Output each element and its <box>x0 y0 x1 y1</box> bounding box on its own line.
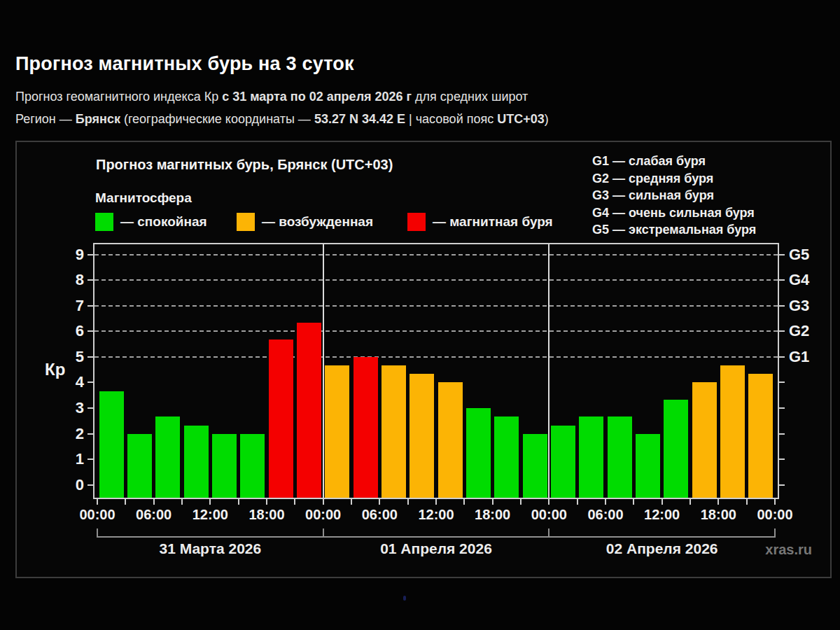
y-axis-tick <box>88 279 93 281</box>
y-axis-tick <box>88 433 93 435</box>
x-axis-tick <box>153 499 155 505</box>
x-tick-label: 18:00 <box>463 507 522 523</box>
y-axis-tick <box>88 305 93 307</box>
region-coordinates: 53.27 N 34.42 E <box>314 112 405 126</box>
g-legend-line-5: G5 — экстремальная буря <box>592 221 756 239</box>
x-tick-label: 06:00 <box>350 507 409 523</box>
region-close: ) <box>545 112 549 126</box>
x-tick-label: 18:00 <box>689 507 748 523</box>
page: Прогноз магнитных бурь на 3 суток Прогно… <box>0 0 840 630</box>
x-tick-label: 00:00 <box>746 507 804 523</box>
g-scale-label: G4 <box>789 271 809 289</box>
legend-item-storm: — магнитная буря <box>407 212 553 232</box>
x-tick-label: 18:00 <box>237 507 296 523</box>
x-axis-tick <box>351 499 352 505</box>
x-axis-tick <box>718 499 719 505</box>
y-tick-label: 5 <box>56 348 84 366</box>
kp-bar <box>184 426 209 498</box>
g-legend-line-4: G4 — очень сильная буря <box>592 204 756 222</box>
y-axis-tick <box>88 330 93 332</box>
region-prefix: Регион — <box>15 112 76 126</box>
kp-bar <box>410 374 434 498</box>
x-tick-label: 12:00 <box>181 507 239 523</box>
kp-bar <box>748 374 773 498</box>
region-tz-prefix: | часовой пояс <box>405 112 497 126</box>
x-axis-tick <box>407 499 409 505</box>
x-axis-tick <box>746 499 748 505</box>
right-axis-tick <box>779 330 785 332</box>
x-axis-tick <box>520 499 522 505</box>
g-scale-legend: G1 — слабая буря G2 — средняя буря G3 — … <box>592 153 756 239</box>
y-axis-tick <box>88 356 93 358</box>
region-name: Брянск <box>76 112 120 126</box>
region-timezone: UTC+03 <box>497 112 545 126</box>
g-scale-label: G1 <box>789 348 809 366</box>
kp-bar <box>212 434 237 498</box>
right-axis-tick <box>779 458 785 460</box>
g-legend-line-3: G3 — сильная буря <box>592 187 756 204</box>
x-tick-label: 06:00 <box>576 507 635 523</box>
legend-label-excited: — возбужденная <box>262 214 373 230</box>
grid-line <box>94 356 778 358</box>
g-scale-label: G3 <box>789 297 809 315</box>
chart-title: Прогноз магнитных бурь, Брянск (UTC+03) <box>96 157 393 173</box>
date-bracket-tick <box>548 528 550 538</box>
x-tick-label: 12:00 <box>633 507 692 523</box>
y-tick-label: 6 <box>56 322 84 340</box>
x-tick-label: 00:00 <box>294 507 353 523</box>
right-axis-tick <box>779 356 785 358</box>
right-axis-tick <box>779 254 785 255</box>
x-axis-tick <box>548 499 550 505</box>
date-label: 02 Апреля 2026 <box>557 540 767 557</box>
x-tick-label: 00:00 <box>519 507 578 523</box>
subtitle-dates: с 31 марта по 02 апреля 2026 г <box>222 90 412 104</box>
forecast-subtitle: Прогноз геомагнитного индекса Кр с 31 ма… <box>15 90 528 104</box>
x-axis-tick <box>662 499 663 505</box>
page-title: Прогноз магнитных бурь на 3 суток <box>15 53 354 75</box>
kp-bar <box>325 365 349 498</box>
kp-bar <box>269 340 293 498</box>
y-axis-tick <box>88 254 93 255</box>
y-tick-label: 8 <box>56 271 84 289</box>
x-tick-label: 12:00 <box>407 507 465 523</box>
g-legend-line-2: G2 — средняя буря <box>592 170 756 188</box>
legend-label-quiet: — спокойная <box>120 214 207 230</box>
kp-bar <box>579 416 603 498</box>
kp-bar <box>99 391 124 498</box>
date-bracket-tick <box>323 528 324 538</box>
y-tick-label: 4 <box>56 373 84 391</box>
y-tick-label: 2 <box>56 425 84 443</box>
kp-bar <box>720 365 745 498</box>
x-axis-tick <box>238 499 239 505</box>
day-separator <box>323 244 324 498</box>
kp-bar <box>692 382 717 498</box>
y-axis-tick <box>88 458 93 460</box>
kp-bar <box>438 382 463 498</box>
x-axis-tick <box>435 499 437 505</box>
g-scale-label: G2 <box>789 322 809 340</box>
y-tick-label: 9 <box>56 246 84 264</box>
kp-bar <box>636 434 660 498</box>
g-legend-line-1: G1 — слабая буря <box>592 153 756 170</box>
kp-bar <box>382 365 406 498</box>
x-axis-tick <box>463 499 465 505</box>
x-axis-tick <box>294 499 295 505</box>
right-axis-tick <box>779 484 785 486</box>
x-axis-tick <box>577 499 578 505</box>
kp-bar <box>240 434 265 498</box>
kp-bar <box>155 416 180 498</box>
kp-bar <box>297 323 321 498</box>
y-tick-label: 1 <box>56 450 84 468</box>
grid-line <box>94 254 778 255</box>
kp-bar <box>127 434 152 498</box>
day-separator <box>548 244 550 498</box>
date-label: 01 Апреля 2026 <box>331 540 541 557</box>
kp-bar <box>466 408 491 498</box>
date-bracket-line <box>97 536 776 538</box>
kp-bar <box>551 426 575 498</box>
y-tick-label: 7 <box>56 297 84 315</box>
y-axis-tick <box>88 382 93 383</box>
x-axis-tick <box>605 499 606 505</box>
x-tick-label: 06:00 <box>125 507 183 523</box>
legend-label-storm: — магнитная буря <box>433 214 553 230</box>
